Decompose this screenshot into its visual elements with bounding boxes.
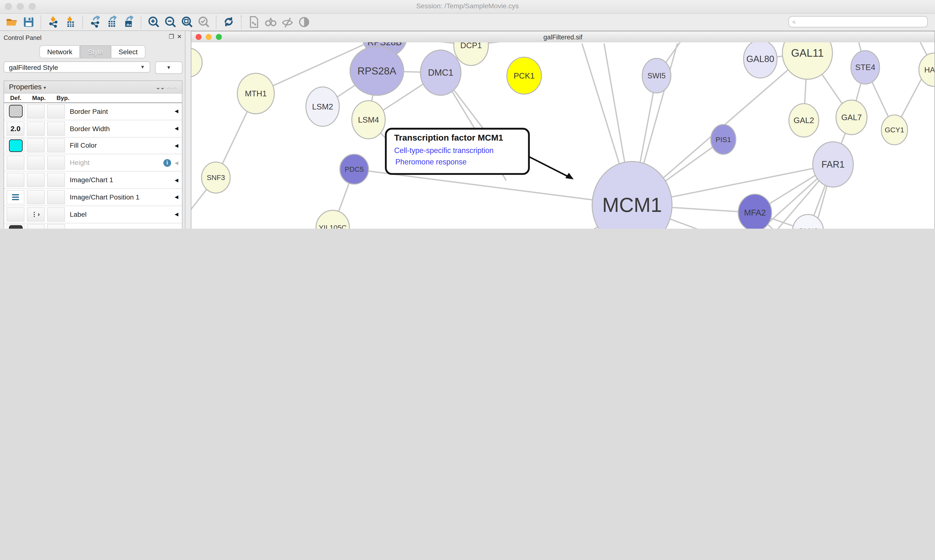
import-table-button[interactable] bbox=[63, 15, 78, 29]
refresh-icon bbox=[222, 15, 236, 29]
bypass-cell[interactable] bbox=[47, 122, 65, 136]
mapping-cell[interactable] bbox=[27, 122, 45, 136]
position-icon bbox=[12, 194, 19, 200]
tab-style[interactable]: Style bbox=[80, 45, 111, 58]
default-value-cell[interactable] bbox=[6, 173, 24, 187]
export-network-button[interactable] bbox=[88, 15, 102, 29]
network-node-ste4[interactable]: STE4 bbox=[851, 51, 880, 84]
network-node-rps28a[interactable]: RPS28A bbox=[350, 46, 404, 95]
refresh-button[interactable] bbox=[222, 15, 236, 29]
expand-row-icon[interactable]: ◀ bbox=[174, 160, 178, 165]
hide-eye-button[interactable] bbox=[280, 15, 295, 29]
default-value-cell[interactable]: 2.0 bbox=[6, 122, 24, 136]
search-field[interactable]: ⌕ bbox=[788, 16, 928, 28]
property-row-fill-color[interactable]: Fill Color◀ bbox=[4, 137, 182, 155]
mapping-cell[interactable] bbox=[27, 104, 45, 118]
float-panel-icon[interactable]: ❐ bbox=[169, 33, 174, 40]
network-node-snf3[interactable]: SNF3 bbox=[202, 162, 230, 193]
property-row-image-chart-1[interactable]: Image/Chart 1◀ bbox=[4, 172, 182, 189]
network-node-gal7[interactable]: GAL7 bbox=[836, 100, 867, 134]
property-row-border-width[interactable]: 2.0Border Width◀ bbox=[4, 120, 182, 137]
search-input[interactable] bbox=[796, 17, 917, 26]
contrast-button[interactable] bbox=[297, 15, 312, 29]
export-table-button[interactable] bbox=[105, 15, 119, 29]
bypass-cell[interactable] bbox=[47, 173, 65, 187]
node-label: MFA2 bbox=[744, 208, 766, 217]
bypass-cell[interactable] bbox=[47, 156, 65, 170]
mapping-cell[interactable] bbox=[27, 190, 45, 205]
mapping-cell[interactable] bbox=[27, 138, 45, 153]
bypass-cell[interactable] bbox=[47, 138, 65, 153]
bypass-cell[interactable] bbox=[47, 207, 65, 222]
network-node-pis1[interactable]: PIS1 bbox=[711, 125, 736, 154]
zoom-fit-button[interactable] bbox=[180, 15, 194, 29]
node-label: LSM4 bbox=[358, 115, 379, 124]
collapse-all-icon[interactable]: ︿︿ bbox=[166, 84, 177, 90]
expand-row-icon[interactable]: ◀ bbox=[174, 126, 178, 131]
network-node-pdc5[interactable]: PDC5 bbox=[340, 154, 369, 184]
binoculars-button[interactable] bbox=[264, 15, 278, 29]
bypass-cell[interactable] bbox=[47, 224, 65, 229]
network-file-button[interactable] bbox=[247, 15, 261, 29]
network-node-swi5[interactable]: SWI5 bbox=[642, 58, 671, 93]
node-label: GCY1 bbox=[885, 126, 904, 134]
network-node-pck1[interactable]: PCK1 bbox=[507, 57, 542, 94]
zoom-out-button[interactable] bbox=[164, 15, 178, 29]
export-table-icon bbox=[105, 15, 119, 29]
save-button[interactable] bbox=[22, 15, 36, 29]
network-node-gal2[interactable]: GAL2 bbox=[789, 104, 819, 137]
expand-row-icon[interactable]: ◀ bbox=[174, 109, 178, 114]
property-row-image-chart-position-1[interactable]: Image/Chart Position 1◀ bbox=[4, 189, 182, 206]
node-label: FAR1 bbox=[822, 159, 845, 169]
default-value-cell[interactable] bbox=[6, 207, 24, 222]
properties-header[interactable]: Properties ▾ ⌄⌄ ︿︿ bbox=[4, 81, 182, 94]
style-options-button[interactable]: ▼ bbox=[155, 61, 183, 74]
style-selector[interactable]: galFiltered Style ▼ bbox=[4, 61, 150, 73]
bypass-cell[interactable] bbox=[47, 104, 65, 118]
mapping-cell[interactable] bbox=[27, 173, 45, 187]
network-window-titlebar[interactable]: galFiltered.sif bbox=[191, 32, 934, 43]
annotation-link[interactable]: Pheromone response bbox=[395, 158, 467, 166]
mapping-cell[interactable]: ⋮› bbox=[27, 207, 45, 222]
mapping-cell[interactable] bbox=[27, 224, 45, 229]
expand-row-icon[interactable]: ◀ bbox=[174, 194, 178, 200]
info-icon[interactable]: i bbox=[164, 159, 171, 167]
export-image-button[interactable] bbox=[122, 15, 136, 29]
export-network-icon bbox=[89, 15, 102, 29]
expand-all-icon[interactable]: ⌄⌄ bbox=[156, 84, 164, 90]
expand-row-icon[interactable]: ◀ bbox=[174, 143, 178, 148]
property-row-label[interactable]: ⋮›Label◀ bbox=[4, 206, 182, 223]
expand-row-icon[interactable]: ◀ bbox=[174, 212, 178, 217]
node-label: RPS28A bbox=[358, 65, 397, 77]
network-node-lsm4[interactable]: LSM4 bbox=[352, 101, 385, 139]
expand-row-icon[interactable]: ◀ bbox=[174, 177, 178, 183]
open-folder-button[interactable] bbox=[5, 15, 19, 29]
network-node-far1[interactable]: FAR1 bbox=[813, 142, 853, 187]
property-row-label-color[interactable]: Label Color◀ bbox=[4, 223, 182, 229]
zoom-in-button[interactable] bbox=[147, 15, 161, 29]
default-value-cell[interactable] bbox=[6, 224, 24, 229]
zoom-selected-button[interactable] bbox=[197, 15, 211, 29]
default-value-cell[interactable] bbox=[6, 190, 24, 205]
default-value-cell[interactable] bbox=[6, 138, 24, 153]
default-value-cell[interactable] bbox=[6, 104, 24, 118]
property-row-height[interactable]: Heighti◀ bbox=[4, 154, 182, 172]
close-panel-icon[interactable]: ✕ bbox=[177, 33, 182, 40]
default-value-cell[interactable] bbox=[6, 156, 24, 170]
bypass-cell[interactable] bbox=[47, 190, 65, 205]
tab-network[interactable]: Network bbox=[39, 45, 80, 58]
property-row-border-paint[interactable]: Border Paint◀ bbox=[4, 103, 182, 120]
network-node-mfa2[interactable]: MFA2 bbox=[738, 194, 771, 229]
network-node-gcy1[interactable]: GCY1 bbox=[881, 115, 908, 145]
annotation-link[interactable]: Cell-type-specific transcription bbox=[394, 146, 494, 155]
network-node-mth1[interactable]: MTH1 bbox=[238, 73, 275, 114]
mapping-cell[interactable] bbox=[27, 156, 45, 170]
network-canvas[interactable]: RPS28BRPS28ADMC1DCP1PCK1MTH1LSM2LSM4SNF3… bbox=[191, 42, 934, 229]
contrast-icon bbox=[298, 15, 311, 29]
network-node-lsm2[interactable]: LSM2 bbox=[306, 87, 339, 126]
property-column-header: Map. bbox=[32, 95, 46, 101]
network-node-gal80[interactable]: GAL80 bbox=[744, 42, 777, 78]
network-node-dmc1[interactable]: DMC1 bbox=[421, 50, 461, 95]
import-network-button[interactable] bbox=[46, 15, 61, 29]
tab-select[interactable]: Select bbox=[111, 45, 145, 58]
